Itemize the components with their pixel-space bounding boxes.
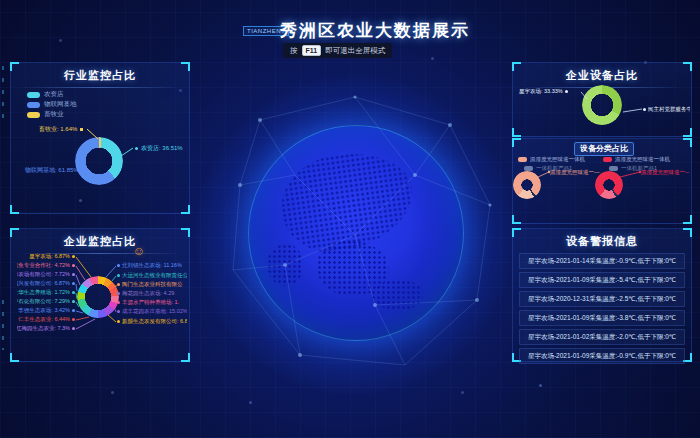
slice-label: 大运河生态牧业有限责任公 xyxy=(117,272,187,279)
slice-label-text: 物联网基地: 61.85% xyxy=(25,166,79,175)
slice-label: 陶门生态农业科技有限公 xyxy=(117,281,187,288)
hint-suffix: 即可退出全屏模式 xyxy=(325,46,385,56)
slice-label-text: 李强生态农场: 3.42% xyxy=(18,307,70,314)
edge-ticks-left-top xyxy=(2,66,4,126)
slice-label-text: 农资店: 36.51% xyxy=(141,144,183,153)
slice-label: 梅花园生态农场: 4.29 xyxy=(117,290,187,297)
slice-label: 北刘锡生态农场: 11.16% xyxy=(117,262,187,269)
alarm-row: 星宇农场-2021-01-02采集温度:-2.0℃,低于下限:0℃ xyxy=(519,329,685,345)
slice-label-dot xyxy=(117,283,120,286)
enterprise-donut-chart[interactable] xyxy=(77,276,119,318)
slice-label: 成丰花园农庄基地: 15.02% xyxy=(117,308,187,315)
corner-decor xyxy=(10,228,19,237)
legend-label: 温湿度光照味道一体机 xyxy=(615,156,670,163)
industry-donut-chart[interactable] xyxy=(75,137,123,185)
dashboard: TIANZHENT 秀洲区农业大数据展示 按 F11 即可退出全屏模式 行业监控… xyxy=(0,0,700,438)
panel-title: 企业监控占比 xyxy=(11,234,189,249)
slice-label-dot xyxy=(72,255,75,258)
alarm-row: 星宇农场-2021-01-14采集温度:-0.9℃,低于下限:0℃ xyxy=(519,253,685,269)
corner-decor xyxy=(181,205,190,214)
slice-label-dot xyxy=(80,128,83,131)
legend-swatch xyxy=(27,112,40,118)
legend-swatch xyxy=(27,92,40,98)
legend-label: 畜牧业 xyxy=(44,110,64,119)
alarm-row: 星宇农场-2020-12-31采集温度:-2.5℃,低于下限:0℃ xyxy=(519,291,685,307)
corner-decor xyxy=(10,62,19,71)
panel-device-classification: 设备分类占比 温湿度光照味道一体机 一体机新产品1 温湿度光照味道一— 温湿度光… xyxy=(512,138,692,224)
slice-label: 红梅园生态农业: 7.3% xyxy=(17,325,75,332)
corner-decor xyxy=(512,215,521,224)
panel-title: 设备分类占比 xyxy=(574,142,634,156)
legend-swatch xyxy=(518,157,527,162)
fullscreen-hint: 按 F11 即可退出全屏模式 xyxy=(283,43,392,58)
corner-decor xyxy=(181,62,190,71)
legend-item[interactable]: 畜牧业 xyxy=(27,110,64,119)
slice-label-text: 新颜生态农发有限公司: 6.87 xyxy=(122,318,187,325)
slice-label-dot xyxy=(117,292,120,295)
corner-decor xyxy=(683,228,692,237)
slice-label-dot xyxy=(72,291,75,294)
legend-swatch xyxy=(603,157,612,162)
slice-label: 世华生态养殖场: 1.72% xyxy=(17,289,75,296)
legend-item[interactable]: 温湿度光照味道一体机 xyxy=(518,156,585,163)
slice-label: 李强生态农场: 3.42% xyxy=(17,307,75,314)
corner-decor xyxy=(683,128,692,137)
legend-item[interactable]: 农资店 xyxy=(27,90,64,99)
slice-label-text: 北刘锡生态农场: 11.16% xyxy=(122,262,182,269)
slice-label: 中石化有限公司: 7.29% xyxy=(17,298,75,305)
background-stars xyxy=(0,0,1,1)
legend-item[interactable]: 温湿度光照味道一体机 xyxy=(603,156,670,163)
slice-callout: 温湿度光照味道一— xyxy=(641,169,689,176)
slice-label-dot xyxy=(72,273,75,276)
slice-label-dot xyxy=(117,301,120,304)
slice-label-text: 仁丰生态农业: 6.44% xyxy=(18,316,70,323)
slice-label: 家缘农场有限公司: 7.72% xyxy=(17,271,75,278)
alarm-list[interactable]: 星宇农场-2021-01-14采集温度:-0.9℃,低于下限:0℃ 星宇农场-2… xyxy=(519,253,685,367)
slice-label: 新颜生态农发有限公司: 6.87 xyxy=(117,318,187,325)
corner-decor xyxy=(683,138,692,147)
edge-ticks-left-bottom xyxy=(2,300,4,350)
globe xyxy=(248,125,464,341)
page-title: 秀洲区农业大数据展示 xyxy=(280,19,470,42)
slice-label-dot xyxy=(643,108,646,111)
legend-label: 温湿度光照味道一体机 xyxy=(530,156,585,163)
slice-label-dot xyxy=(565,90,568,93)
slice-label-dot xyxy=(117,310,120,313)
corner-decor xyxy=(10,205,19,214)
slice-callout: 温湿度光照味道一— xyxy=(550,169,600,176)
slice-label-text: 瑞兴发有限公司: 6.87% xyxy=(17,280,70,287)
corner-decor xyxy=(181,228,190,237)
corner-decor xyxy=(683,62,692,71)
legend-label: 农资店 xyxy=(44,90,64,99)
corner-decor xyxy=(512,138,521,147)
equipment-donut-chart[interactable] xyxy=(582,85,622,125)
slice-label-text: 星宇农场: 33.33% xyxy=(519,88,563,95)
device-class-donut-left[interactable] xyxy=(513,171,541,199)
slice-label-text: 畜牧业: 1.64% xyxy=(39,125,77,134)
slice-label-dot xyxy=(72,309,75,312)
slice-label: 星宇农场: 33.33% xyxy=(519,88,568,95)
globe-continent-dots xyxy=(371,280,423,310)
slice-label: 物联网基地: 61.85% xyxy=(25,166,85,175)
alarm-row: 星宇农场-2021-01-09采集温度:-3.8℃,低于下限:0℃ xyxy=(519,310,685,326)
slice-label-text: 成丰花园农庄基地: 15.02% xyxy=(122,308,187,315)
legend-item[interactable]: 物联网基地 xyxy=(27,100,77,109)
f11-keycap: F11 xyxy=(302,45,322,56)
corner-decor xyxy=(512,228,521,237)
slice-label-dot xyxy=(82,169,85,172)
decor-emoji: ☺ xyxy=(133,244,145,258)
slice-label-dot xyxy=(72,282,75,285)
globe-continent-dots xyxy=(267,244,303,286)
device-class-donut-right[interactable] xyxy=(595,171,623,199)
slice-label-text: 中石化有限公司: 7.29% xyxy=(17,298,70,305)
title-divider xyxy=(19,87,181,88)
panel-title: 企业设备占比 xyxy=(513,68,691,83)
slice-label-dot xyxy=(72,327,75,330)
legend-label: 物联网基地 xyxy=(44,100,77,109)
alarm-row: 星宇农场-2021-01-09采集温度:-5.4℃,低于下限:0℃ xyxy=(519,272,685,288)
slice-label-dot xyxy=(135,147,138,150)
panel-equipment-share: 企业设备占比 星宇农场: 33.33% 民主村党群服务中心: xyxy=(512,62,692,137)
corner-decor xyxy=(512,128,521,137)
corner-decor xyxy=(683,215,692,224)
slice-label-dot xyxy=(72,264,75,267)
